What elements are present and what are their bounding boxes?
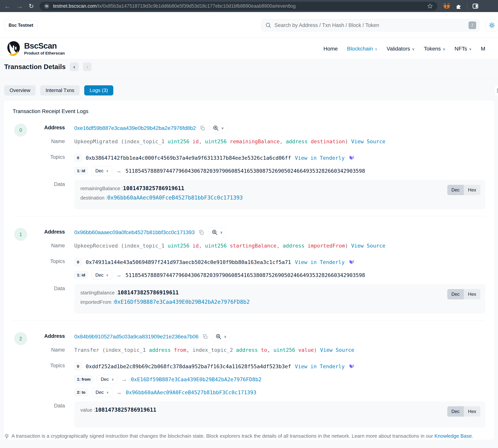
address-filter-dropdown[interactable]: ∨ [209,123,227,133]
brand-logo[interactable]: BscScan Product of Etherscan [6,41,65,56]
nav-item-blockchain[interactable]: Blockchain∨ [347,46,377,52]
topic-decode-select[interactable]: Dec∨ [97,375,117,384]
dec-hex-toggle: DecHex [447,406,481,417]
data-field-label: startingBalance : [80,290,117,296]
topic-row: 2: toDec∨→0x96bb60aAAec09A0FceB4527b81bb… [74,387,485,398]
network-badge[interactable]: Bsc Testnet [4,20,38,30]
data-value: 1081473825786919611 [95,407,156,413]
search-input[interactable] [274,22,465,28]
search-bar: / [261,19,480,31]
topic-index-badge: 0 [74,154,82,162]
copy-icon[interactable] [202,334,208,339]
tab-internal-txns[interactable]: Internal Txns [40,85,80,96]
next-transaction-button[interactable]: › [83,62,92,71]
hex-toggle-button[interactable]: Hex [464,406,481,417]
hex-toggle-button[interactable]: Hex [464,289,481,299]
view-source-link[interactable]: View Source [351,243,385,249]
hex-toggle-button[interactable]: Hex [464,185,481,195]
data-field-label: destination : [80,195,107,201]
decode-label: Dec [95,168,103,174]
view-source-link[interactable]: View Source [320,347,354,353]
nav-item-home[interactable]: Home [323,46,338,52]
signature-token: from [174,347,186,353]
reload-icon[interactable]: ↻ [29,3,34,9]
lightbulb-icon [4,433,10,439]
view-source-link[interactable]: View Source [351,139,385,144]
topic-decode-select[interactable]: Dec∨ [92,271,112,280]
data-box: value : 1081473825786919611DecHex [74,401,485,428]
site-topbar: Bsc Testnet / [0,12,498,38]
data-field-label: remainingBalance : [80,186,123,192]
copy-icon[interactable] [200,125,205,131]
signature-token: , [199,139,205,144]
dec-toggle-button[interactable]: Dec [447,185,464,195]
data-address-link[interactable]: 0x96bb60aAAec09A0FceB4527b81bbF3Cc0c1713… [107,194,243,201]
copy-icon[interactable] [199,230,204,235]
nav-item-nfts[interactable]: NFTs∨ [455,46,472,52]
nav-item-tokens[interactable]: Tokens∨ [424,46,445,52]
data-row: remainingBalance : 1081473825786919611 [80,185,479,192]
topic-value: 0x74931a144e43a50694897f241d973aecb5024c… [86,259,291,265]
address-filter-dropdown[interactable]: ∨ [208,227,226,237]
metamask-extension-icon[interactable] [443,3,450,10]
signature-token: destination [311,139,345,144]
knowledge-base-link[interactable]: Knowledge Base [434,433,472,439]
nav-item-m[interactable]: M [481,46,485,52]
signature-token: uint256 [168,139,193,144]
topic-index-badge: 1: id [74,167,88,175]
name-label: Name [13,137,65,144]
signature-token: ) [345,139,351,144]
tools-icon [497,88,498,93]
url-path: /tx/0x85b3a147518719d3c9b1dd6b80e5f39d53… [97,3,296,9]
log-index-badge: 2 [14,332,27,345]
back-icon[interactable]: ← [4,3,11,9]
view-in-tenderly-link[interactable]: View in Tenderly [295,155,345,161]
log-address-link[interactable]: 0x84b9b910527ad5c03a9ca831909e21e236ea7b… [74,334,199,340]
address-filter-dropdown[interactable]: ∨ [212,332,230,342]
data-address-link[interactable]: 0xE16Df59B887e3Caa439E0b29B42bA2e7976FD8… [114,299,249,305]
log-index-badge: 1 [14,228,27,241]
signature-token: address [286,139,311,144]
arrow-right-icon: → [121,376,127,383]
address-bar[interactable]: testnet.bscscan.com/tx/0x85b3a147518719d… [40,2,437,11]
data-label: Data [13,180,65,187]
signature-token: startingBalance [230,243,277,249]
nav-item-label: Blockchain [347,46,373,52]
extensions-puzzle-icon[interactable] [455,3,462,9]
logs-container: 0Address0xe16df59b887e3caa439e0b29b42ba2… [13,123,485,428]
topic-decode-select[interactable]: Dec∨ [92,388,112,397]
log-address-link[interactable]: 0xe16df59b887e3caa439e0b29b42ba2e7976fd8… [74,125,196,131]
topic-decode-select[interactable]: Dec∨ [92,166,112,176]
log-address-link[interactable]: 0x96bb60aaaec09a0fceb4527b81bbf3cc0c1713… [74,229,195,236]
topic-address-link[interactable]: 0x96bb60aAAec09A0FceB4527b81bbF3Cc0c1713… [126,389,256,395]
chevron-down-icon: ∨ [443,47,445,51]
topic-row: 00xddf252ad1be2c89b69c2b068fc378daa952ba… [74,361,485,371]
tools-button-partial[interactable] [494,85,498,96]
log-index-badge: 0 [14,124,27,137]
bookmark-star-icon[interactable] [427,3,433,9]
tab-overview[interactable]: Overview [4,85,36,96]
forward-icon[interactable]: → [17,3,23,9]
view-in-tenderly-link[interactable]: View in Tenderly [295,259,345,265]
theme-toggle-button[interactable] [486,19,498,31]
topic-index-badge: 0 [74,363,82,370]
signature-token: uint256 [273,347,298,353]
tab-logs-3-[interactable]: Logs (3) [84,85,113,96]
tenderly-icon [349,259,355,265]
view-in-tenderly-link[interactable]: View in Tenderly [295,364,345,369]
previous-transaction-button[interactable]: ‹ [70,62,79,71]
side-panel-icon[interactable] [472,3,479,9]
decode-label: Dec [101,377,109,382]
tenderly-icon [349,363,355,369]
site-info-icon[interactable] [44,3,50,9]
topic-row: 1: idDec∨→511854578889744779604306782039… [74,166,485,176]
dec-toggle-button[interactable]: Dec [447,406,464,417]
data-label: Data [13,284,65,291]
dec-toggle-button[interactable]: Dec [447,289,464,299]
nav-item-validators[interactable]: Validators∨ [387,46,415,52]
topics-label: Topics [13,257,65,264]
signature-token: uint256 [205,139,230,144]
search-icon [265,22,271,28]
brand-name: BscScan [24,41,65,50]
topic-address-link[interactable]: 0xE16Df59B887e3Caa439E0b29B42bA2e7976FD8… [131,376,262,382]
